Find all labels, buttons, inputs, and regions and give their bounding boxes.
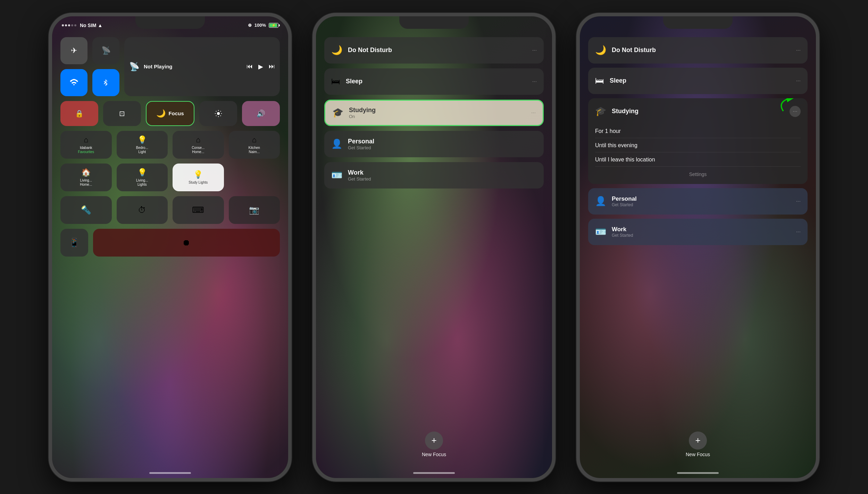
detail-dnd-name: Do Not Disturb [612,47,656,54]
camera-button[interactable]: 📷 [229,196,280,224]
timer-button[interactable]: ⏱ [117,196,168,224]
empty-cell [229,164,280,191]
notch-1 [135,16,205,29]
focus-item-personal[interactable]: 👤 Personal Get Started [324,131,544,157]
dnd-name: Do Not Disturb [348,47,392,54]
new-focus-circle-p3: + [689,432,707,450]
detail-work-dots[interactable]: ··· [796,229,801,235]
home-scene-conse[interactable]: ⌂ Conse... Home... [173,131,224,159]
media-title: Not Playing [144,64,173,69]
new-focus-button-p2[interactable]: + New Focus [422,432,446,457]
cellular-toggle[interactable]: 📡 [92,37,119,64]
phone-3: 🌙 Do Not Disturb ··· 🛏 Sleep ··· 🎓 Study… [576,13,819,482]
bedroom-sub: Light [138,150,146,154]
phone-2: 🌙 Do Not Disturb ··· 🛏 Sleep ··· 🎓 Study… [312,13,556,482]
rewind-button[interactable]: ⏮ [247,63,253,70]
dnd-texts: Do Not Disturb [348,47,392,54]
flashlight-button[interactable]: 🔦 [60,196,112,224]
home-scene-study-lights[interactable]: 💡 Study Lights [173,164,224,191]
home-scene-bedroom[interactable]: 💡 Bedro... Light [117,131,168,159]
play-button[interactable]: ▶ [258,63,263,70]
living-lights-sub: Lights [137,183,147,187]
calculator-button[interactable]: ⌨ [173,196,224,224]
detail-personal-name: Personal [612,195,637,202]
carrier-label: No SIM [80,23,96,28]
studying-sub: On [349,114,376,119]
studying-header[interactable]: 🎓 Studying ··· [588,98,808,125]
wifi-status-icon: ▲ [98,23,102,28]
sleep-dots[interactable]: ··· [532,78,537,85]
remote-row: 📱 ⏺ [60,229,280,257]
studying-icon-p2: 🎓 [332,107,343,118]
option-settings[interactable]: Settings [595,167,801,178]
notch-2 [399,16,469,29]
cc-row-1: ✈ 📡 📡 Not Playing ⏮ ▶ ⏭ [60,37,280,96]
svg-point-0 [217,112,220,115]
screen-lock-button[interactable]: 🔒 [60,101,98,126]
airplane-toggle[interactable]: ✈ [60,37,87,64]
screen-mirror-button[interactable]: ⊡ [103,101,141,126]
home-sublabel: Favourites [78,150,94,154]
dot5 [74,24,76,26]
sleep-name: Sleep [346,78,362,85]
living-lights-icon: 💡 [137,168,147,177]
home-scene-living-lights[interactable]: 💡 Living... Lights [117,164,168,191]
home-scene-kitchen[interactable]: ⌂ Kitchen Naim... [229,131,280,159]
kitchen-label: Kitchen [249,146,260,150]
home-scene-idabank[interactable]: ⌂ Idabank Favourites [60,131,112,159]
option-until-location[interactable]: Until I leave this location [595,153,801,167]
new-focus-label-p3: New Focus [686,452,710,457]
personal-name: Personal [348,138,374,145]
cc-row-2: 🔒 ⊡ 🌙 Focus 🔊 [60,101,280,126]
detail-item-sleep[interactable]: 🛏 Sleep ··· [588,68,808,94]
media-controls: ⏮ ▶ ⏭ [247,63,275,70]
home-indicator-1[interactable] [149,472,191,474]
focus-item-dnd[interactable]: 🌙 Do Not Disturb ··· [324,37,544,64]
new-focus-button-p3[interactable]: + New Focus [686,432,710,457]
focus-item-work[interactable]: 🪪 Work Get Started [324,162,544,189]
detail-work-texts: Work Get Started [612,226,633,238]
study-lights-icon: 💡 [193,170,203,179]
bedroom-label: Bedro... [136,146,148,150]
detail-sleep-dots[interactable]: ··· [796,78,801,84]
living-home-sub: Home... [80,183,92,187]
forward-button[interactable]: ⏭ [269,63,275,70]
home-icon: ⌂ [84,135,88,144]
dnd-dots[interactable]: ··· [532,47,537,53]
brightness-button[interactable] [199,101,237,126]
focus-detail: 🌙 Do Not Disturb ··· 🛏 Sleep ··· 🎓 Study… [588,37,808,461]
wifi-toggle[interactable] [60,69,87,96]
focus-button[interactable]: 🌙 Focus [146,101,195,126]
home-indicator-2[interactable] [413,472,455,474]
remote-button[interactable]: 📱 [60,229,88,257]
home-label: Idabank [80,146,92,150]
detail-item-dnd[interactable]: 🌙 Do Not Disturb ··· [588,37,808,64]
detail-item-work[interactable]: 🪪 Work Get Started ··· [588,219,808,245]
bedroom-icon: 💡 [137,135,147,144]
focus-item-sleep[interactable]: 🛏 Sleep ··· [324,68,544,95]
focus-item-studying[interactable]: 🎓 Studying On ··· [324,100,544,126]
battery-body: ⚡ [269,23,278,28]
detail-item-personal[interactable]: 👤 Personal Get Started ··· [588,188,808,215]
work-texts: Work Get Started [348,169,371,182]
volume-button[interactable]: 🔊 [242,101,280,126]
option-for-1-hour[interactable]: For 1 hour [595,125,801,138]
sleep-texts: Sleep [346,78,362,85]
studying-dots[interactable]: ··· [531,110,536,116]
work-sub: Get Started [348,176,371,182]
battery-indicator: ⚡ [269,23,278,28]
connectivity-grid: ✈ 📡 [60,37,119,96]
home-indicator-3[interactable] [677,472,719,474]
status-right-1: ⊕ 100% ⚡ [248,23,278,28]
personal-texts: Personal Get Started [348,138,374,150]
studying-header-name: Studying [612,108,639,115]
option-until-evening[interactable]: Until this evening [595,139,801,152]
detail-work-icon: 🪪 [595,226,606,237]
utilities-row: 🔦 ⏱ ⌨ 📷 [60,196,280,224]
new-focus-circle-p2: + [425,432,443,450]
record-button[interactable]: ⏺ [93,229,280,257]
detail-personal-dots[interactable]: ··· [796,198,801,204]
bluetooth-toggle[interactable] [92,69,119,96]
home-scene-living-home[interactable]: 🏠 Living... Home... [60,164,112,191]
detail-dnd-dots[interactable]: ··· [796,47,801,53]
